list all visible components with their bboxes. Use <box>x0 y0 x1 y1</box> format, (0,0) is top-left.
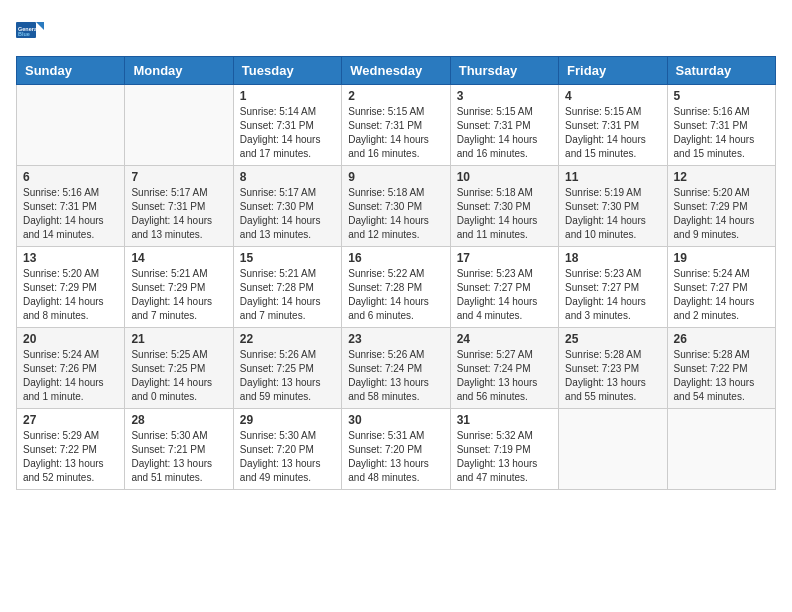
day-number: 16 <box>348 251 443 265</box>
calendar-cell: 19 Sunrise: 5:24 AM Sunset: 7:27 PM Dayl… <box>667 247 775 328</box>
day-info: Sunrise: 5:15 AM Sunset: 7:31 PM Dayligh… <box>348 105 443 161</box>
calendar-cell: 24 Sunrise: 5:27 AM Sunset: 7:24 PM Dayl… <box>450 328 558 409</box>
calendar-cell: 18 Sunrise: 5:23 AM Sunset: 7:27 PM Dayl… <box>559 247 667 328</box>
day-number: 24 <box>457 332 552 346</box>
daylight-label: Daylight: 14 hours and 7 minutes. <box>131 296 212 321</box>
calendar-week-row: 6 Sunrise: 5:16 AM Sunset: 7:31 PM Dayli… <box>17 166 776 247</box>
daylight-label: Daylight: 13 hours and 58 minutes. <box>348 377 429 402</box>
sunset-label: Sunset: 7:31 PM <box>457 120 531 131</box>
sunrise-label: Sunrise: 5:23 AM <box>457 268 533 279</box>
day-number: 15 <box>240 251 335 265</box>
sunset-label: Sunset: 7:30 PM <box>240 201 314 212</box>
daylight-label: Daylight: 14 hours and 2 minutes. <box>674 296 755 321</box>
weekday-header-thursday: Thursday <box>450 57 558 85</box>
calendar-cell: 10 Sunrise: 5:18 AM Sunset: 7:30 PM Dayl… <box>450 166 558 247</box>
sunrise-label: Sunrise: 5:23 AM <box>565 268 641 279</box>
sunrise-label: Sunrise: 5:29 AM <box>23 430 99 441</box>
calendar-week-row: 13 Sunrise: 5:20 AM Sunset: 7:29 PM Dayl… <box>17 247 776 328</box>
day-info: Sunrise: 5:17 AM Sunset: 7:31 PM Dayligh… <box>131 186 226 242</box>
day-number: 5 <box>674 89 769 103</box>
day-info: Sunrise: 5:18 AM Sunset: 7:30 PM Dayligh… <box>348 186 443 242</box>
sunset-label: Sunset: 7:27 PM <box>457 282 531 293</box>
sunset-label: Sunset: 7:22 PM <box>23 444 97 455</box>
daylight-label: Daylight: 13 hours and 49 minutes. <box>240 458 321 483</box>
calendar-cell: 17 Sunrise: 5:23 AM Sunset: 7:27 PM Dayl… <box>450 247 558 328</box>
sunset-label: Sunset: 7:29 PM <box>674 201 748 212</box>
weekday-header-wednesday: Wednesday <box>342 57 450 85</box>
day-info: Sunrise: 5:19 AM Sunset: 7:30 PM Dayligh… <box>565 186 660 242</box>
day-number: 7 <box>131 170 226 184</box>
sunset-label: Sunset: 7:29 PM <box>131 282 205 293</box>
sunset-label: Sunset: 7:23 PM <box>565 363 639 374</box>
calendar-cell: 2 Sunrise: 5:15 AM Sunset: 7:31 PM Dayli… <box>342 85 450 166</box>
sunrise-label: Sunrise: 5:21 AM <box>131 268 207 279</box>
day-info: Sunrise: 5:16 AM Sunset: 7:31 PM Dayligh… <box>674 105 769 161</box>
sunrise-label: Sunrise: 5:24 AM <box>674 268 750 279</box>
calendar-cell <box>667 409 775 490</box>
sunrise-label: Sunrise: 5:30 AM <box>131 430 207 441</box>
logo-icon: General Blue <box>16 16 44 44</box>
sunrise-label: Sunrise: 5:28 AM <box>565 349 641 360</box>
day-info: Sunrise: 5:31 AM Sunset: 7:20 PM Dayligh… <box>348 429 443 485</box>
calendar-cell: 3 Sunrise: 5:15 AM Sunset: 7:31 PM Dayli… <box>450 85 558 166</box>
calendar-cell: 20 Sunrise: 5:24 AM Sunset: 7:26 PM Dayl… <box>17 328 125 409</box>
sunrise-label: Sunrise: 5:22 AM <box>348 268 424 279</box>
calendar-cell: 16 Sunrise: 5:22 AM Sunset: 7:28 PM Dayl… <box>342 247 450 328</box>
sunset-label: Sunset: 7:21 PM <box>131 444 205 455</box>
sunset-label: Sunset: 7:24 PM <box>457 363 531 374</box>
sunrise-label: Sunrise: 5:18 AM <box>348 187 424 198</box>
sunrise-label: Sunrise: 5:19 AM <box>565 187 641 198</box>
calendar-cell: 29 Sunrise: 5:30 AM Sunset: 7:20 PM Dayl… <box>233 409 341 490</box>
daylight-label: Daylight: 13 hours and 52 minutes. <box>23 458 104 483</box>
day-info: Sunrise: 5:16 AM Sunset: 7:31 PM Dayligh… <box>23 186 118 242</box>
sunset-label: Sunset: 7:22 PM <box>674 363 748 374</box>
day-number: 31 <box>457 413 552 427</box>
daylight-label: Daylight: 14 hours and 15 minutes. <box>674 134 755 159</box>
daylight-label: Daylight: 14 hours and 17 minutes. <box>240 134 321 159</box>
sunrise-label: Sunrise: 5:31 AM <box>348 430 424 441</box>
day-info: Sunrise: 5:17 AM Sunset: 7:30 PM Dayligh… <box>240 186 335 242</box>
day-info: Sunrise: 5:30 AM Sunset: 7:20 PM Dayligh… <box>240 429 335 485</box>
day-number: 29 <box>240 413 335 427</box>
day-number: 13 <box>23 251 118 265</box>
daylight-label: Daylight: 14 hours and 13 minutes. <box>131 215 212 240</box>
calendar-cell: 27 Sunrise: 5:29 AM Sunset: 7:22 PM Dayl… <box>17 409 125 490</box>
daylight-label: Daylight: 13 hours and 56 minutes. <box>457 377 538 402</box>
daylight-label: Daylight: 14 hours and 4 minutes. <box>457 296 538 321</box>
daylight-label: Daylight: 14 hours and 12 minutes. <box>348 215 429 240</box>
day-info: Sunrise: 5:23 AM Sunset: 7:27 PM Dayligh… <box>565 267 660 323</box>
calendar-week-row: 27 Sunrise: 5:29 AM Sunset: 7:22 PM Dayl… <box>17 409 776 490</box>
sunset-label: Sunset: 7:31 PM <box>131 201 205 212</box>
daylight-label: Daylight: 14 hours and 14 minutes. <box>23 215 104 240</box>
day-info: Sunrise: 5:28 AM Sunset: 7:23 PM Dayligh… <box>565 348 660 404</box>
day-number: 6 <box>23 170 118 184</box>
day-number: 14 <box>131 251 226 265</box>
sunrise-label: Sunrise: 5:30 AM <box>240 430 316 441</box>
calendar-cell: 7 Sunrise: 5:17 AM Sunset: 7:31 PM Dayli… <box>125 166 233 247</box>
day-number: 25 <box>565 332 660 346</box>
day-info: Sunrise: 5:26 AM Sunset: 7:24 PM Dayligh… <box>348 348 443 404</box>
daylight-label: Daylight: 13 hours and 55 minutes. <box>565 377 646 402</box>
daylight-label: Daylight: 14 hours and 16 minutes. <box>348 134 429 159</box>
sunrise-label: Sunrise: 5:26 AM <box>348 349 424 360</box>
day-number: 17 <box>457 251 552 265</box>
daylight-label: Daylight: 14 hours and 10 minutes. <box>565 215 646 240</box>
day-info: Sunrise: 5:21 AM Sunset: 7:28 PM Dayligh… <box>240 267 335 323</box>
daylight-label: Daylight: 14 hours and 15 minutes. <box>565 134 646 159</box>
day-info: Sunrise: 5:25 AM Sunset: 7:25 PM Dayligh… <box>131 348 226 404</box>
sunset-label: Sunset: 7:30 PM <box>457 201 531 212</box>
logo: General Blue <box>16 16 48 44</box>
svg-text:Blue: Blue <box>18 31 30 37</box>
calendar-cell <box>559 409 667 490</box>
daylight-label: Daylight: 14 hours and 3 minutes. <box>565 296 646 321</box>
calendar-cell: 13 Sunrise: 5:20 AM Sunset: 7:29 PM Dayl… <box>17 247 125 328</box>
calendar-week-row: 20 Sunrise: 5:24 AM Sunset: 7:26 PM Dayl… <box>17 328 776 409</box>
calendar-cell: 9 Sunrise: 5:18 AM Sunset: 7:30 PM Dayli… <box>342 166 450 247</box>
day-number: 27 <box>23 413 118 427</box>
sunset-label: Sunset: 7:31 PM <box>23 201 97 212</box>
sunset-label: Sunset: 7:24 PM <box>348 363 422 374</box>
calendar-cell: 1 Sunrise: 5:14 AM Sunset: 7:31 PM Dayli… <box>233 85 341 166</box>
day-number: 23 <box>348 332 443 346</box>
day-info: Sunrise: 5:28 AM Sunset: 7:22 PM Dayligh… <box>674 348 769 404</box>
sunrise-label: Sunrise: 5:15 AM <box>348 106 424 117</box>
